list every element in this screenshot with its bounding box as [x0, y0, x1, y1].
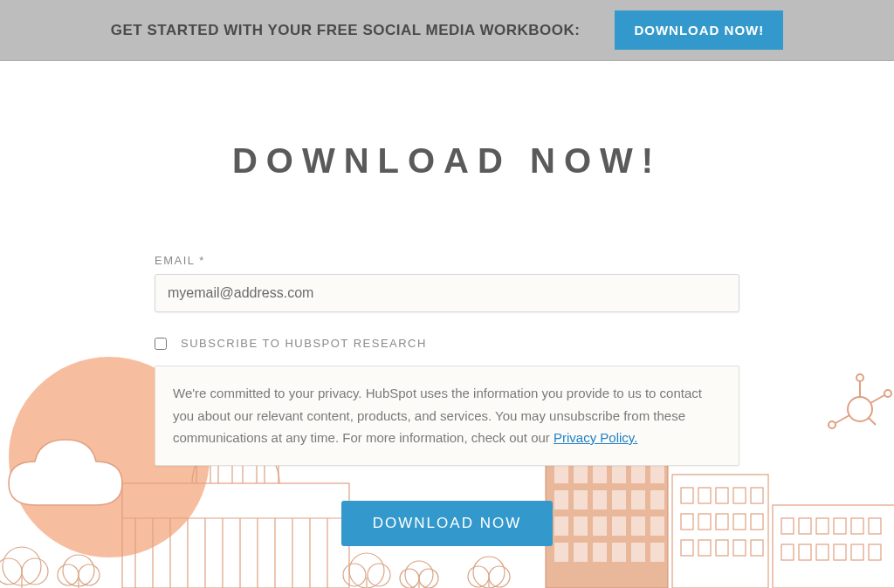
- top-banner: GET STARTED WITH YOUR FREE SOCIAL MEDIA …: [0, 0, 894, 61]
- svg-point-83: [63, 555, 94, 586]
- svg-point-87: [349, 553, 384, 588]
- svg-point-89: [368, 564, 390, 586]
- svg-point-71: [848, 397, 872, 421]
- svg-point-95: [473, 557, 505, 588]
- svg-rect-59: [781, 518, 794, 534]
- svg-point-96: [468, 566, 489, 587]
- svg-rect-57: [751, 540, 763, 556]
- svg-point-91: [405, 561, 433, 588]
- svg-point-92: [400, 569, 419, 588]
- subscribe-label: SUBSCRIBE TO HUBSPOT RESEARCH: [181, 337, 427, 350]
- banner-text: GET STARTED WITH YOUR FREE SOCIAL MEDIA …: [111, 22, 581, 39]
- svg-line-78: [869, 418, 876, 425]
- svg-point-73: [856, 374, 863, 381]
- svg-rect-63: [851, 518, 863, 534]
- subscribe-row: SUBSCRIBE TO HUBSPOT RESEARCH: [155, 337, 739, 350]
- svg-point-93: [419, 569, 438, 588]
- svg-point-88: [343, 564, 366, 586]
- svg-point-79: [3, 547, 41, 585]
- submit-row: DOWNLOAD NOW: [155, 501, 739, 546]
- svg-rect-52: [751, 514, 763, 530]
- privacy-policy-link[interactable]: Privacy Policy.: [554, 430, 637, 445]
- svg-line-76: [836, 415, 849, 423]
- subscribe-checkbox[interactable]: [155, 338, 167, 350]
- svg-rect-64: [869, 518, 881, 534]
- svg-rect-69: [851, 544, 863, 560]
- svg-point-77: [829, 421, 836, 428]
- svg-point-97: [489, 566, 510, 587]
- download-now-button[interactable]: DOWNLOAD NOW: [341, 501, 553, 546]
- svg-line-74: [870, 395, 884, 403]
- email-label: EMAIL *: [155, 254, 739, 267]
- svg-rect-67: [816, 544, 829, 560]
- privacy-notice: We're committed to your privacy. HubSpot…: [155, 366, 739, 466]
- svg-rect-65: [781, 544, 794, 560]
- svg-rect-58: [773, 505, 894, 588]
- download-form: EMAIL * SUBSCRIBE TO HUBSPOT RESEARCH We…: [155, 254, 739, 546]
- svg-rect-61: [816, 518, 829, 534]
- svg-rect-70: [869, 544, 881, 560]
- svg-rect-68: [834, 544, 846, 560]
- svg-point-80: [0, 558, 22, 585]
- svg-rect-60: [799, 518, 811, 534]
- svg-point-85: [79, 564, 100, 585]
- page-title: DOWNLOAD NOW!: [0, 141, 894, 181]
- svg-rect-47: [751, 488, 763, 503]
- banner-download-button[interactable]: DOWNLOAD NOW!: [615, 10, 783, 50]
- svg-point-84: [58, 564, 79, 585]
- svg-point-81: [22, 558, 48, 585]
- svg-rect-66: [799, 544, 811, 560]
- svg-point-75: [884, 390, 891, 397]
- email-input[interactable]: [155, 274, 739, 312]
- svg-rect-62: [834, 518, 846, 534]
